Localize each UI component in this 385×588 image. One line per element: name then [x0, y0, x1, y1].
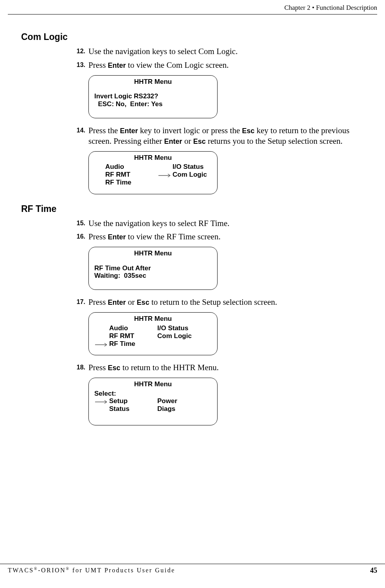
- lcd-item: Status: [109, 405, 130, 413]
- lcd-line: ESC: No, Enter: Yes: [94, 100, 212, 108]
- key-label: Enter: [108, 62, 126, 69]
- key-label: Esc: [242, 127, 254, 135]
- key-label: Esc: [137, 299, 149, 306]
- footer-title: TWACS®-ORION® for UMT Products User Guid…: [8, 566, 175, 575]
- lcd-item: I/O Status: [157, 324, 188, 332]
- arrow-icon: [95, 400, 108, 403]
- text: or: [126, 297, 137, 307]
- heading-rf-time: RF Time: [21, 204, 377, 214]
- text: Press the: [88, 126, 120, 135]
- text: or: [182, 136, 193, 146]
- key-label: Enter: [120, 127, 138, 135]
- lcd-line: Select:: [94, 390, 212, 398]
- lcd-item: Com Logic: [157, 332, 192, 340]
- step-15: 15. Use the navigation keys to select RF…: [70, 218, 362, 229]
- step-text: Use the navigation keys to select Com Lo…: [88, 46, 362, 57]
- step-number: 18.: [70, 362, 88, 373]
- text: Press: [88, 297, 108, 307]
- lcd-item: RF RMT: [105, 171, 130, 179]
- page-header: Chapter 2 • Functional Description: [8, 4, 377, 14]
- text: to view the RF Time screen.: [126, 232, 221, 241]
- step-text: Press Enter to view the RF Time screen.: [88, 232, 362, 242]
- text: to view the Com Logic screen.: [126, 60, 229, 70]
- step-17: 17. Press Enter or Esc to return to the …: [70, 297, 362, 308]
- lcd-screen-setup-menu-comlogic: HHTR Menu Audio RF RMT RF Time I/O Statu…: [88, 151, 218, 194]
- lcd-item: Power: [157, 397, 177, 405]
- step-text: Press Enter or Esc to return to the Setu…: [88, 297, 362, 308]
- section-rf-time-body: 15. Use the navigation keys to select RF…: [70, 218, 362, 426]
- arrow-icon: [95, 343, 108, 346]
- key-label: Enter: [108, 233, 126, 241]
- key-label: Esc: [108, 364, 121, 372]
- lcd-title: HHTR Menu: [94, 380, 212, 388]
- step-text: Press Esc to return to the HHTR Menu.: [88, 362, 362, 373]
- lcd-columns: Audio RF RMT RF Time I/O Status Com Logi…: [94, 324, 212, 348]
- lcd-item: Audio: [105, 163, 124, 171]
- lcd-line: Waiting: 035sec: [94, 272, 212, 280]
- lcd-item: RF RMT: [109, 332, 134, 340]
- text: key to invert logic or press the: [138, 126, 242, 135]
- text: Press: [88, 363, 108, 372]
- step-number: 12.: [70, 46, 88, 57]
- page-footer: TWACS®-ORION® for UMT Products User Guid…: [0, 564, 385, 575]
- step-18: 18. Press Esc to return to the HHTR Menu…: [70, 362, 362, 373]
- step-number: 13.: [70, 60, 88, 71]
- key-label: Enter: [164, 138, 182, 145]
- lcd-col-right: Power Diags: [149, 397, 212, 413]
- step-12: 12. Use the navigation keys to select Co…: [70, 46, 362, 57]
- page: Chapter 2 • Functional Description Com L…: [0, 0, 385, 588]
- lcd-line: RF Time Out After: [94, 264, 212, 272]
- step-13: 13. Press Enter to view the Com Logic sc…: [70, 60, 362, 71]
- lcd-screen-setup-menu-rftime: HHTR Menu Audio RF RMT RF Time I/O Statu…: [88, 312, 218, 355]
- lcd-item: Diags: [157, 405, 175, 413]
- text: Press: [88, 232, 108, 241]
- text: to return to the Setup selection screen.: [149, 297, 277, 307]
- lcd-item: Audio: [109, 324, 128, 332]
- lcd-item: I/O Status: [173, 163, 203, 171]
- lcd-screen-rf-time: HHTR Menu RF Time Out After Waiting: 035…: [88, 247, 218, 290]
- lcd-col-left: Setup Status: [95, 397, 149, 413]
- lcd-columns: Setup Status Power Diags: [94, 397, 212, 413]
- section-com-logic-body: 12. Use the navigation keys to select Co…: [70, 46, 362, 194]
- lcd-col-right: I/O Status Com Logic: [158, 163, 212, 186]
- lcd-item: Com Logic: [173, 171, 207, 179]
- arrow-icon: [158, 174, 172, 177]
- lcd-col-right: I/O Status Com Logic: [149, 324, 212, 348]
- lcd-col-left: Audio RF RMT RF Time: [105, 163, 158, 186]
- key-label: Esc: [193, 138, 206, 145]
- lcd-title: HHTR Menu: [94, 315, 212, 323]
- step-number: 15.: [70, 218, 88, 229]
- step-14: 14. Press the Enter key to invert logic …: [70, 125, 362, 147]
- step-number: 17.: [70, 297, 88, 308]
- step-text: Press Enter to view the Com Logic screen…: [88, 60, 362, 71]
- text: to return to the HHTR Menu.: [121, 363, 219, 372]
- lcd-line: Invert Logic RS232?: [94, 92, 212, 100]
- lcd-item: RF Time: [109, 340, 135, 348]
- text: returns you to the Setup selection scree…: [206, 136, 343, 146]
- lcd-columns: Audio RF RMT RF Time I/O Status Com Logi…: [94, 163, 212, 186]
- text: Press: [88, 60, 108, 70]
- lcd-title: HHTR Menu: [94, 78, 212, 86]
- step-number: 16.: [70, 232, 88, 242]
- lcd-col-left: Audio RF RMT RF Time: [95, 324, 149, 348]
- lcd-screen-invert-logic: HHTR Menu Invert Logic RS232? ESC: No, E…: [88, 75, 218, 118]
- lcd-screen-hhtr-menu: HHTR Menu Select: Setup Status Power Dia…: [88, 378, 218, 425]
- heading-com-logic: Com Logic: [21, 32, 377, 42]
- lcd-item: Setup: [109, 397, 128, 405]
- lcd-item: RF Time: [105, 179, 131, 186]
- lcd-title: HHTR Menu: [94, 250, 212, 257]
- lcd-title: HHTR Menu: [94, 154, 212, 162]
- key-label: Enter: [108, 299, 126, 306]
- step-number: 14.: [70, 125, 88, 147]
- step-16: 16. Press Enter to view the RF Time scre…: [70, 232, 362, 242]
- step-text: Press the Enter key to invert logic or p…: [88, 125, 362, 147]
- step-text: Use the navigation keys to select RF Tim…: [88, 218, 362, 229]
- footer-page-number: 45: [370, 566, 377, 575]
